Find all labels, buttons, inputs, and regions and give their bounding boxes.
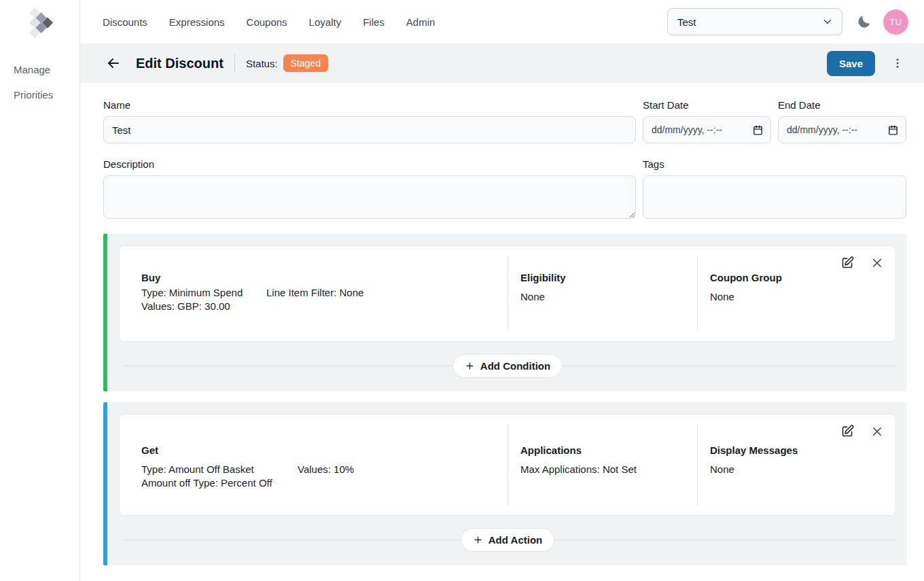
eligibility-value: None <box>520 291 545 302</box>
chevron-down-icon <box>821 16 834 28</box>
top-navigation: Discounts Expressions Coupons Loyalty Fi… <box>80 0 924 43</box>
action-values: Values: 10% <box>298 463 354 490</box>
kebab-menu-icon <box>891 56 904 70</box>
condition-filter: Line Item Filter: None <box>266 286 363 313</box>
dark-mode-toggle[interactable] <box>856 14 872 30</box>
action-detail-columns: Type: Amount Off Basket Amount off Type:… <box>141 463 491 490</box>
condition-values-line: Values: GBP: 30.00 <box>141 300 266 313</box>
diamond-logo-icon <box>24 7 56 38</box>
add-action-label: Add Action <box>488 534 542 546</box>
arrow-left-icon <box>105 55 122 71</box>
environment-select[interactable]: Test <box>667 8 842 35</box>
header-divider <box>234 54 235 73</box>
moon-icon <box>856 14 872 30</box>
description-textarea[interactable] <box>103 175 636 219</box>
nav-item-discounts[interactable]: Discounts <box>103 16 147 28</box>
tags-input[interactable] <box>643 175 906 219</box>
header-actions: Save <box>827 51 906 76</box>
nav-item-files[interactable]: Files <box>363 16 385 28</box>
action-card-actions <box>839 423 885 440</box>
end-date-field-group: End Date dd/mm/yyyy, --:-- <box>778 99 906 143</box>
add-action-button[interactable]: Add Action <box>461 528 554 552</box>
start-date-placeholder: dd/mm/yyyy, --:-- <box>652 124 722 135</box>
form-row-1: Name Start Date dd/mm/yyyy, --:-- End Da… <box>103 99 906 143</box>
nav-item-loyalty[interactable]: Loyalty <box>309 16 342 28</box>
main-column: Discounts Expressions Coupons Loyalty Fi… <box>80 0 924 581</box>
form-row-2: Description Tags <box>103 158 906 219</box>
topnav-right: Test TU <box>667 8 908 35</box>
condition-title: Buy <box>141 272 491 283</box>
action-title: Get <box>141 444 491 456</box>
tags-label: Tags <box>643 158 906 170</box>
action-main-column: Get Type: Amount Off Basket Amount off T… <box>120 424 508 506</box>
nav-item-admin[interactable]: Admin <box>406 16 436 28</box>
condition-type-values: Type: Minimum Spend Values: GBP: 30.00 <box>141 286 266 313</box>
edit-condition-button[interactable] <box>839 254 856 271</box>
end-date-input[interactable]: dd/mm/yyyy, --:-- <box>778 116 906 143</box>
plus-icon <box>465 361 475 371</box>
condition-card: Buy Type: Minimum Spend Values: GBP: 30.… <box>119 245 896 342</box>
name-field-group: Name <box>103 99 636 143</box>
user-avatar[interactable]: TU <box>883 10 908 35</box>
remove-action-button[interactable] <box>870 424 885 439</box>
save-button[interactable]: Save <box>827 51 875 76</box>
action-type-lines: Type: Amount Off Basket Amount off Type:… <box>141 463 298 490</box>
nav-links: Discounts Expressions Coupons Loyalty Fi… <box>103 16 435 28</box>
start-date-label: Start Date <box>643 99 771 111</box>
calendar-icon[interactable] <box>752 124 764 136</box>
app-root: Manage Priorities Discounts Expressions … <box>0 0 924 581</box>
add-condition-row: Add Condition <box>119 353 896 378</box>
page-header: Edit Discount Status: Staged Save <box>80 43 924 83</box>
end-date-label: End Date <box>778 99 906 111</box>
name-input[interactable] <box>103 116 636 143</box>
action-type-line: Type: Amount Off Basket <box>141 463 298 476</box>
add-condition-button[interactable]: Add Condition <box>452 354 563 378</box>
condition-container: Buy Type: Minimum Spend Values: GBP: 30.… <box>103 234 906 391</box>
eligibility-column: Eligibility None <box>508 256 698 332</box>
coupon-group-value: None <box>710 291 734 302</box>
remove-condition-button[interactable] <box>870 256 885 270</box>
condition-filter-line: Line Item Filter: None <box>266 286 363 300</box>
add-condition-label: Add Condition <box>480 360 550 372</box>
edit-pencil-icon <box>840 256 855 270</box>
description-label: Description <box>103 158 636 170</box>
nav-item-expressions[interactable]: Expressions <box>169 16 225 28</box>
description-field-group: Description <box>103 158 636 219</box>
sidebar: Manage Priorities <box>0 0 80 581</box>
name-label: Name <box>103 99 636 111</box>
sidebar-item-manage[interactable]: Manage <box>0 57 79 82</box>
environment-select-value: Test <box>677 16 696 28</box>
action-card: Get Type: Amount Off Basket Amount off T… <box>119 414 896 516</box>
applications-title: Applications <box>520 444 681 456</box>
action-values-line: Values: 10% <box>298 463 354 476</box>
close-icon <box>871 257 883 269</box>
coupon-group-title: Coupon Group <box>710 272 879 283</box>
page-title: Edit Discount <box>136 56 224 71</box>
add-action-row: Add Action <box>119 527 896 552</box>
more-options-button[interactable] <box>889 54 906 73</box>
content-area: Name Start Date dd/mm/yyyy, --:-- End Da… <box>80 83 924 581</box>
app-logo[interactable] <box>0 4 79 38</box>
start-date-input[interactable]: dd/mm/yyyy, --:-- <box>643 116 771 143</box>
back-button[interactable] <box>105 55 122 71</box>
condition-card-actions <box>839 254 885 271</box>
condition-type-line: Type: Minimum Spend <box>141 286 266 300</box>
close-icon <box>871 425 883 438</box>
applications-value: Max Applications: Not Set <box>520 463 637 475</box>
edit-pencil-icon <box>840 424 855 438</box>
start-date-field-group: Start Date dd/mm/yyyy, --:-- <box>643 99 771 143</box>
status-badge: Staged <box>283 54 328 72</box>
sidebar-item-priorities[interactable]: Priorities <box>0 82 79 107</box>
condition-main-column: Buy Type: Minimum Spend Values: GBP: 30.… <box>120 256 508 332</box>
end-date-placeholder: dd/mm/yyyy, --:-- <box>787 124 857 135</box>
display-messages-title: Display Messages <box>710 444 879 456</box>
calendar-icon[interactable] <box>887 124 899 136</box>
eligibility-title: Eligibility <box>520 272 681 283</box>
status-label: Status: <box>246 58 278 69</box>
applications-column: Applications Max Applications: Not Set <box>508 424 698 506</box>
action-amount-off-line: Amount off Type: Percent Off <box>141 476 298 490</box>
edit-action-button[interactable] <box>839 423 856 440</box>
condition-detail-columns: Type: Minimum Spend Values: GBP: 30.00 L… <box>141 286 491 313</box>
display-messages-value: None <box>710 463 734 475</box>
nav-item-coupons[interactable]: Coupons <box>247 16 287 28</box>
